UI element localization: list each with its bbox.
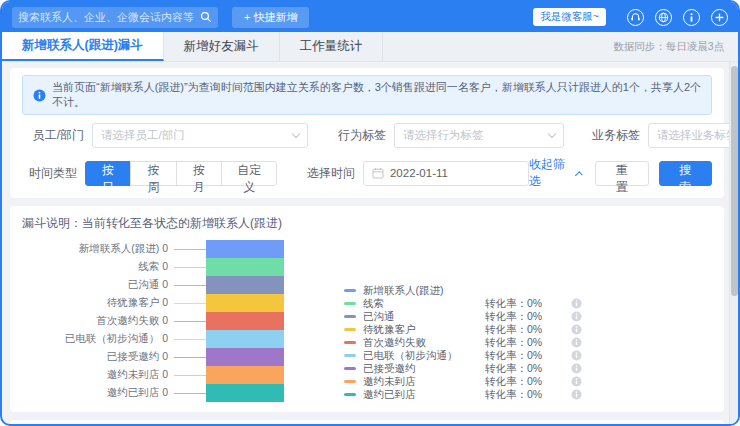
info-icon[interactable] — [571, 311, 582, 322]
business-placeholder: 请选择业务标签 — [657, 128, 738, 143]
notice-text: 当前页面“新增联系人(跟进)”为查询时间范围内建立关系的客户数，3个销售跟进同一… — [52, 80, 701, 110]
search-icon[interactable] — [200, 11, 212, 23]
legend-item: 新增联系人(跟进) — [344, 284, 582, 297]
legend-item: 待犹豫客户 转化率：0% — [344, 323, 582, 336]
funnel-stage-label: 首次邀约失败0 — [22, 314, 168, 328]
quick-add-button[interactable]: + 快捷新增 — [232, 7, 309, 28]
funnel-legend: 新增联系人(跟进) 线索 转化率：0% — [344, 284, 582, 402]
legend-label: 邀约已到店 — [363, 388, 485, 402]
business-label: 业务标签 — [588, 127, 640, 144]
funnel-bar[interactable] — [206, 366, 284, 384]
business-select[interactable]: 请选择业务标签 — [648, 123, 738, 148]
funnel-row: 邀约未到店0 — [22, 366, 284, 384]
legend-color-dash — [344, 341, 356, 344]
behavior-filter: 行为标签 请选择行为标签 — [334, 123, 564, 148]
search-input[interactable] — [18, 11, 200, 23]
date-picker[interactable] — [363, 161, 529, 186]
info-icon[interactable] — [571, 337, 582, 348]
filter-card: 当前页面“新增联系人(跟进)”为查询时间范围内建立关系的客户数，3个销售跟进同一… — [10, 68, 724, 198]
funnel-bar[interactable] — [206, 258, 284, 276]
collapse-filters-link[interactable]: 收起筛选 — [529, 156, 581, 190]
notice-banner: 当前页面“新增联系人(跟进)”为查询时间范围内建立关系的客户数，3个销售跟进同一… — [22, 75, 712, 115]
legend-label: 线索 — [363, 297, 485, 311]
time-type-monthly-button[interactable]: 按月 — [176, 161, 222, 186]
funnel-rows: 新增联系人(跟进)0 线索0 已沟通0 — [22, 240, 284, 402]
funnel-title: 漏斗说明：当前转化至各状态的新增联系人(跟进) — [22, 215, 712, 232]
filter-row-1: 员工/部门 请选择员工/部门 行为标签 请选择行为标签 业务标签 — [22, 123, 712, 148]
funnel-bar[interactable] — [206, 384, 284, 402]
funnel-connector-line — [174, 285, 206, 286]
chevron-up-icon — [575, 170, 583, 178]
info-icon[interactable] — [571, 376, 582, 387]
funnel-bar[interactable] — [206, 294, 284, 312]
legend-conversion-rate: 转化率：0% — [485, 310, 571, 324]
legend-conversion-rate: 转化率：0% — [485, 336, 571, 350]
funnel-connector-line — [174, 357, 206, 358]
time-type-custom-button[interactable]: 自定义 — [221, 161, 277, 186]
legend-conversion-rate: 转化率：0% — [485, 349, 571, 363]
legend-color-dash — [344, 380, 356, 383]
legend-color-dash — [344, 393, 356, 396]
tab-new-friend-funnel[interactable]: 新增好友漏斗 — [164, 32, 280, 61]
date-input[interactable] — [390, 167, 520, 179]
funnel-stage-label: 已沟通0 — [22, 278, 168, 292]
time-type-weekly-button[interactable]: 按周 — [130, 161, 176, 186]
info-icon[interactable] — [571, 350, 582, 361]
reset-button[interactable]: 重置 — [595, 161, 648, 186]
tab-workload-stats[interactable]: 工作量统计 — [280, 32, 384, 61]
legend-item: 线索 转化率：0% — [344, 297, 582, 310]
tab-new-contact-funnel[interactable]: 新增联系人(跟进)漏斗 — [2, 32, 164, 61]
funnel-row: 已沟通0 — [22, 276, 284, 294]
funnel-row: 已电联（初步沟通）0 — [22, 330, 284, 348]
info-icon[interactable] — [683, 9, 700, 26]
global-search[interactable] — [12, 7, 218, 28]
funnel-bar[interactable] — [206, 312, 284, 330]
legend-label: 已电联（初步沟通） — [363, 349, 485, 363]
funnel-bar[interactable] — [206, 330, 284, 348]
plus-icon[interactable] — [711, 9, 728, 26]
legend-color-dash — [344, 367, 356, 370]
info-icon[interactable] — [571, 324, 582, 335]
info-icon[interactable] — [571, 389, 582, 400]
headset-icon[interactable] — [627, 9, 644, 26]
funnel-bar[interactable] — [206, 240, 284, 258]
behavior-placeholder: 请选择行为标签 — [403, 128, 549, 143]
legend-item: 邀约已到店 转化率：0% — [344, 388, 582, 401]
legend-item: 首次邀约失败 转化率：0% — [344, 336, 582, 349]
funnel-connector-line — [174, 303, 206, 304]
info-icon[interactable] — [571, 298, 582, 309]
legend-item: 邀约未到店 转化率：0% — [344, 375, 582, 388]
vertical-scrollbar[interactable] — [729, 62, 738, 424]
legend-item: 已接受邀约 转化率：0% — [344, 362, 582, 375]
data-sync-note: 数据同步：每日凌晨3点 — [613, 40, 738, 54]
time-type-daily-button[interactable]: 按日 — [85, 161, 131, 186]
funnel-stage-label: 邀约已到店0 — [22, 386, 168, 400]
behavior-select[interactable]: 请选择行为标签 — [394, 123, 564, 148]
legend-conversion-rate: 转化率：0% — [485, 362, 571, 376]
legend-item: 已沟通 转化率：0% — [344, 310, 582, 323]
info-icon[interactable] — [571, 363, 582, 374]
funnel-row: 已接受邀约0 — [22, 348, 284, 366]
legend-label: 已沟通 — [363, 310, 485, 324]
search-button[interactable]: 搜索 — [659, 161, 712, 186]
funnel-bar[interactable] — [206, 276, 284, 294]
legend-label: 新增联系人(跟进) — [363, 284, 485, 298]
funnel-connector-line — [174, 267, 206, 268]
calendar-icon — [372, 167, 384, 179]
time-type-label: 时间类型 — [22, 165, 77, 182]
scrollbar-thumb[interactable] — [731, 66, 738, 296]
collapse-label: 收起筛选 — [529, 156, 571, 190]
globe-icon[interactable] — [655, 9, 672, 26]
funnel-stage-label: 已接受邀约0 — [22, 350, 168, 364]
funnel-row: 线索0 — [22, 258, 284, 276]
filter-row-2: 时间类型 按日 按周 按月 自定义 选择时间 — [22, 156, 712, 190]
funnel-stage-label: 邀约未到店0 — [22, 368, 168, 382]
funnel-bar[interactable] — [206, 348, 284, 366]
funnel-connector-line — [174, 375, 206, 376]
funnel-stage-label: 线索0 — [22, 260, 168, 274]
funnel-chart: 新增联系人(跟进)0 线索0 已沟通0 — [22, 240, 712, 402]
employee-select[interactable]: 请选择员工/部门 — [92, 123, 308, 148]
chevron-down-icon — [548, 130, 556, 138]
employee-filter: 员工/部门 请选择员工/部门 — [22, 123, 308, 148]
legend-label: 邀约未到店 — [363, 375, 485, 389]
